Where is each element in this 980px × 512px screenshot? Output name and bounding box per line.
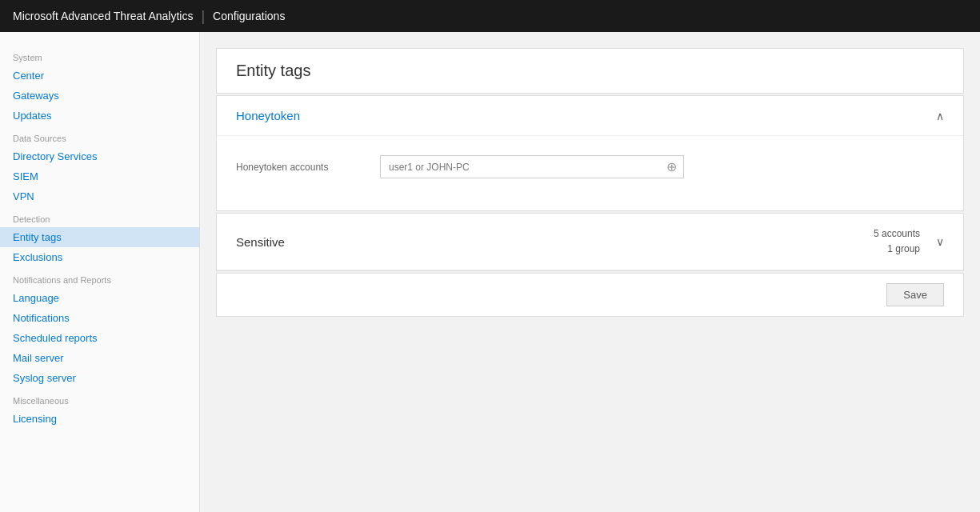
sidebar-item-scheduled-reports[interactable]: Scheduled reports (0, 328, 199, 348)
sidebar-item-gateways[interactable]: Gateways (0, 86, 199, 106)
honeytoken-section: Honeytoken ∧ Honeytoken accounts ⊕ (216, 95, 964, 211)
sidebar-item-entity-tags[interactable]: Entity tags (0, 227, 199, 247)
save-button[interactable]: Save (886, 283, 944, 306)
save-area: Save (216, 273, 964, 317)
main-layout: System Center Gateways Updates Data Sour… (0, 32, 980, 512)
app-header: Microsoft Advanced Threat Analytics | Co… (0, 0, 980, 32)
honeytoken-body: Honeytoken accounts ⊕ (217, 136, 963, 210)
sidebar-item-language[interactable]: Language (0, 288, 199, 308)
sensitive-header: Sensitive 5 accounts 1 group ∨ (217, 214, 963, 270)
app-name: Microsoft Advanced Threat Analytics (13, 10, 193, 22)
sensitive-section: Sensitive 5 accounts 1 group ∨ (216, 213, 964, 271)
sensitive-group-count: 1 group (874, 242, 920, 257)
sidebar-item-notifications[interactable]: Notifications (0, 308, 199, 328)
sidebar-item-licensing[interactable]: Licensing (0, 409, 199, 429)
sidebar-section-misc: Miscellaneous (0, 388, 199, 409)
main-content: Entity tags Honeytoken ∧ Honeytoken acco… (200, 32, 980, 512)
honeytoken-accounts-input[interactable] (381, 157, 660, 178)
sidebar-section-data-sources: Data Sources (0, 126, 199, 146)
sidebar: System Center Gateways Updates Data Sour… (0, 32, 200, 512)
honeytoken-input-wrapper: ⊕ (380, 155, 684, 178)
sidebar-item-vpn[interactable]: VPN (0, 186, 199, 206)
sidebar-item-directory-services[interactable]: Directory Services (0, 146, 199, 166)
header-divider: | (201, 8, 205, 25)
sensitive-counts: 5 accounts 1 group (874, 226, 920, 257)
sidebar-item-exclusions[interactable]: Exclusions (0, 247, 199, 267)
sensitive-chevron-down-icon[interactable]: ∨ (936, 235, 944, 248)
sidebar-section-detection: Detection (0, 206, 199, 227)
sidebar-section-notifications: Notifications and Reports (0, 267, 199, 288)
sidebar-item-mail-server[interactable]: Mail server (0, 348, 199, 368)
page-title: Entity tags (236, 62, 944, 80)
sidebar-item-syslog-server[interactable]: Syslog server (0, 368, 199, 388)
add-account-icon[interactable]: ⊕ (660, 156, 683, 178)
honeytoken-header: Honeytoken ∧ (217, 96, 963, 136)
sidebar-section-system: System (0, 45, 199, 66)
honeytoken-accounts-row: Honeytoken accounts ⊕ (236, 155, 944, 178)
sidebar-item-siem[interactable]: SIEM (0, 166, 199, 186)
honeytoken-accounts-label: Honeytoken accounts (236, 162, 380, 173)
sensitive-meta: 5 accounts 1 group ∨ (874, 226, 944, 257)
page-title-bar: Entity tags (216, 48, 964, 94)
honeytoken-title: Honeytoken (236, 109, 300, 122)
sensitive-title: Sensitive (236, 235, 285, 249)
sidebar-item-center[interactable]: Center (0, 66, 199, 86)
header-section: Configurations (213, 10, 285, 22)
sensitive-accounts-count: 5 accounts (874, 226, 920, 242)
honeytoken-chevron-up-icon[interactable]: ∧ (936, 110, 944, 122)
sidebar-item-updates[interactable]: Updates (0, 106, 199, 126)
